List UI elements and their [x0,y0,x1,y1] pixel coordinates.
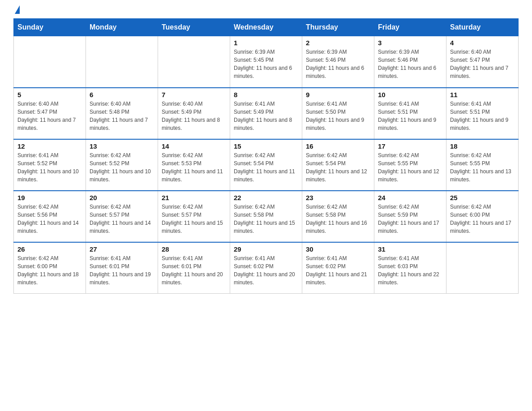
calendar-cell: 4Sunrise: 6:40 AM Sunset: 5:47 PM Daylig… [446,36,519,88]
weekday-header-sunday: Sunday [14,19,86,36]
day-number: 28 [162,245,226,253]
calendar-cell: 25Sunrise: 6:42 AM Sunset: 6:00 PM Dayli… [446,191,519,242]
day-number: 12 [17,142,82,150]
day-number: 17 [378,142,442,150]
calendar-week-row: 12Sunrise: 6:41 AM Sunset: 5:52 PM Dayli… [14,139,519,191]
calendar-cell: 22Sunrise: 6:42 AM Sunset: 5:58 PM Dayli… [230,191,302,242]
day-info: Sunrise: 6:42 AM Sunset: 5:58 PM Dayligh… [234,203,298,235]
calendar-cell: 13Sunrise: 6:42 AM Sunset: 5:52 PM Dayli… [86,139,158,191]
day-info: Sunrise: 6:41 AM Sunset: 5:52 PM Dayligh… [17,151,82,184]
calendar-cell [14,36,86,88]
day-info: Sunrise: 6:39 AM Sunset: 5:46 PM Dayligh… [378,48,442,80]
weekday-header-thursday: Thursday [302,19,374,36]
weekday-header-row: SundayMondayTuesdayWednesdayThursdayFrid… [14,19,519,36]
calendar-week-row: 1Sunrise: 6:39 AM Sunset: 5:45 PM Daylig… [14,36,519,88]
day-number: 16 [306,142,370,150]
day-number: 21 [162,194,226,201]
day-info: Sunrise: 6:41 AM Sunset: 6:01 PM Dayligh… [90,254,154,287]
day-info: Sunrise: 6:41 AM Sunset: 6:02 PM Dayligh… [306,254,370,287]
day-info: Sunrise: 6:42 AM Sunset: 5:53 PM Dayligh… [162,151,226,184]
day-number: 1 [234,39,298,47]
calendar-cell: 2Sunrise: 6:39 AM Sunset: 5:46 PM Daylig… [302,36,374,88]
day-number: 23 [306,194,370,201]
day-info: Sunrise: 6:39 AM Sunset: 5:45 PM Dayligh… [234,48,298,80]
weekday-header-saturday: Saturday [446,19,519,36]
calendar-cell: 30Sunrise: 6:41 AM Sunset: 6:02 PM Dayli… [302,242,374,294]
calendar-cell: 14Sunrise: 6:42 AM Sunset: 5:53 PM Dayli… [158,139,230,191]
day-number: 25 [450,194,515,201]
day-info: Sunrise: 6:42 AM Sunset: 5:57 PM Dayligh… [90,203,154,235]
day-number: 18 [450,142,515,150]
day-number: 13 [90,142,154,150]
day-info: Sunrise: 6:42 AM Sunset: 5:58 PM Dayligh… [306,203,370,235]
day-number: 26 [17,245,82,253]
day-number: 27 [90,245,154,253]
day-info: Sunrise: 6:41 AM Sunset: 5:51 PM Dayligh… [450,100,515,132]
day-number: 19 [17,194,82,201]
day-info: Sunrise: 6:40 AM Sunset: 5:49 PM Dayligh… [162,100,226,132]
page-header [13,9,519,14]
calendar-cell: 12Sunrise: 6:41 AM Sunset: 5:52 PM Dayli… [14,139,86,191]
calendar-cell: 8Sunrise: 6:41 AM Sunset: 5:49 PM Daylig… [230,88,302,139]
day-number: 3 [378,39,442,47]
day-info: Sunrise: 6:41 AM Sunset: 6:01 PM Dayligh… [162,254,226,287]
day-number: 22 [234,194,298,201]
day-number: 29 [234,245,298,253]
day-info: Sunrise: 6:42 AM Sunset: 5:54 PM Dayligh… [306,151,370,184]
calendar-cell: 20Sunrise: 6:42 AM Sunset: 5:57 PM Dayli… [86,191,158,242]
calendar-cell: 29Sunrise: 6:41 AM Sunset: 6:02 PM Dayli… [230,242,302,294]
calendar-week-row: 19Sunrise: 6:42 AM Sunset: 5:56 PM Dayli… [14,191,519,242]
calendar-cell: 16Sunrise: 6:42 AM Sunset: 5:54 PM Dayli… [302,139,374,191]
day-number: 15 [234,142,298,150]
calendar-cell: 3Sunrise: 6:39 AM Sunset: 5:46 PM Daylig… [374,36,446,88]
calendar-cell: 27Sunrise: 6:41 AM Sunset: 6:01 PM Dayli… [86,242,158,294]
day-info: Sunrise: 6:41 AM Sunset: 6:03 PM Dayligh… [378,254,442,287]
day-number: 30 [306,245,370,253]
calendar-cell: 17Sunrise: 6:42 AM Sunset: 5:55 PM Dayli… [374,139,446,191]
day-info: Sunrise: 6:42 AM Sunset: 5:52 PM Dayligh… [90,151,154,184]
day-info: Sunrise: 6:41 AM Sunset: 5:49 PM Dayligh… [234,100,298,132]
day-info: Sunrise: 6:40 AM Sunset: 5:48 PM Dayligh… [90,100,154,132]
calendar-cell: 28Sunrise: 6:41 AM Sunset: 6:01 PM Dayli… [158,242,230,294]
day-number: 2 [306,39,370,47]
calendar-cell: 26Sunrise: 6:42 AM Sunset: 6:00 PM Dayli… [14,242,86,294]
day-number: 4 [450,39,515,47]
calendar-cell: 23Sunrise: 6:42 AM Sunset: 5:58 PM Dayli… [302,191,374,242]
calendar-cell: 21Sunrise: 6:42 AM Sunset: 5:57 PM Dayli… [158,191,230,242]
day-number: 20 [90,194,154,201]
day-number: 7 [162,91,226,98]
day-number: 10 [378,91,442,98]
day-info: Sunrise: 6:42 AM Sunset: 5:54 PM Dayligh… [234,151,298,184]
day-info: Sunrise: 6:40 AM Sunset: 5:47 PM Dayligh… [17,100,82,132]
calendar-cell [158,36,230,88]
calendar-cell: 1Sunrise: 6:39 AM Sunset: 5:45 PM Daylig… [230,36,302,88]
day-info: Sunrise: 6:42 AM Sunset: 5:55 PM Dayligh… [450,151,515,184]
calendar-cell: 9Sunrise: 6:41 AM Sunset: 5:50 PM Daylig… [302,88,374,139]
day-info: Sunrise: 6:42 AM Sunset: 6:00 PM Dayligh… [450,203,515,235]
day-number: 31 [378,245,442,253]
calendar-week-row: 26Sunrise: 6:42 AM Sunset: 6:00 PM Dayli… [14,242,519,294]
day-info: Sunrise: 6:41 AM Sunset: 5:51 PM Dayligh… [378,100,442,132]
calendar-cell: 10Sunrise: 6:41 AM Sunset: 5:51 PM Dayli… [374,88,446,139]
calendar-cell: 5Sunrise: 6:40 AM Sunset: 5:47 PM Daylig… [14,88,86,139]
calendar-week-row: 5Sunrise: 6:40 AM Sunset: 5:47 PM Daylig… [14,88,519,139]
day-number: 14 [162,142,226,150]
day-info: Sunrise: 6:41 AM Sunset: 6:02 PM Dayligh… [234,254,298,287]
calendar-cell: 31Sunrise: 6:41 AM Sunset: 6:03 PM Dayli… [374,242,446,294]
calendar-cell: 18Sunrise: 6:42 AM Sunset: 5:55 PM Dayli… [446,139,519,191]
calendar-cell: 11Sunrise: 6:41 AM Sunset: 5:51 PM Dayli… [446,88,519,139]
logo-triangle-icon [15,5,20,14]
calendar-cell [86,36,158,88]
weekday-header-friday: Friday [374,19,446,36]
day-info: Sunrise: 6:42 AM Sunset: 5:57 PM Dayligh… [162,203,226,235]
day-number: 11 [450,91,515,98]
day-number: 8 [234,91,298,98]
day-info: Sunrise: 6:42 AM Sunset: 5:59 PM Dayligh… [378,203,442,235]
day-number: 9 [306,91,370,98]
weekday-header-tuesday: Tuesday [158,19,230,36]
day-info: Sunrise: 6:40 AM Sunset: 5:47 PM Dayligh… [450,48,515,80]
day-info: Sunrise: 6:39 AM Sunset: 5:46 PM Dayligh… [306,48,370,80]
day-number: 5 [17,91,82,98]
calendar-cell [446,242,519,294]
calendar-table: SundayMondayTuesdayWednesdayThursdayFrid… [13,18,519,294]
